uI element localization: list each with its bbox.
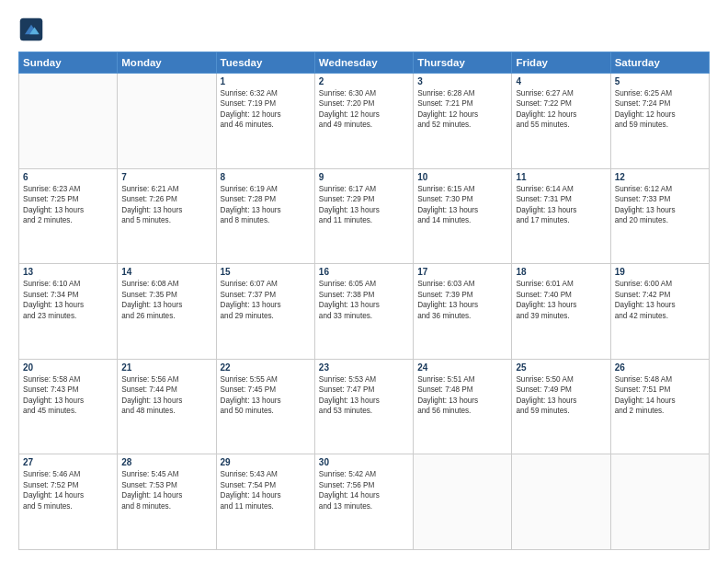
calendar-week-row: 6Sunrise: 6:23 AM Sunset: 7:25 PM Daylig… — [19, 168, 710, 264]
calendar-header-row: SundayMondayTuesdayWednesdayThursdayFrid… — [19, 52, 710, 74]
day-number: 6 — [23, 172, 113, 182]
calendar-day-cell: 18Sunrise: 6:01 AM Sunset: 7:40 PM Dayli… — [512, 264, 610, 360]
day-info: Sunrise: 6:00 AM Sunset: 7:42 PM Dayligh… — [615, 279, 705, 321]
calendar-day-cell: 28Sunrise: 5:45 AM Sunset: 7:53 PM Dayli… — [118, 454, 216, 550]
day-number: 22 — [221, 362, 311, 373]
day-number: 25 — [516, 362, 606, 373]
calendar-day-cell — [414, 454, 512, 550]
day-number: 3 — [417, 76, 507, 86]
day-number: 12 — [615, 172, 705, 182]
calendar-day-cell: 5Sunrise: 6:25 AM Sunset: 7:24 PM Daylig… — [610, 74, 709, 169]
calendar-day-cell: 24Sunrise: 5:51 AM Sunset: 7:48 PM Dayli… — [414, 359, 512, 454]
day-info: Sunrise: 5:45 AM Sunset: 7:53 PM Dayligh… — [121, 469, 211, 511]
page: SundayMondayTuesdayWednesdayThursdayFrid… — [0, 0, 728, 563]
calendar-day-cell: 4Sunrise: 6:27 AM Sunset: 7:22 PM Daylig… — [512, 74, 610, 169]
day-info: Sunrise: 6:14 AM Sunset: 7:31 PM Dayligh… — [516, 184, 606, 226]
calendar-day-cell: 27Sunrise: 5:46 AM Sunset: 7:52 PM Dayli… — [19, 454, 118, 550]
day-number: 15 — [221, 267, 311, 277]
day-number: 7 — [121, 172, 211, 182]
calendar-week-row: 13Sunrise: 6:10 AM Sunset: 7:34 PM Dayli… — [19, 264, 710, 360]
day-number: 8 — [221, 172, 311, 182]
day-number: 26 — [615, 362, 705, 373]
day-info: Sunrise: 6:12 AM Sunset: 7:33 PM Dayligh… — [615, 184, 705, 226]
calendar-day-cell: 30Sunrise: 5:42 AM Sunset: 7:56 PM Dayli… — [314, 454, 413, 550]
calendar-day-cell — [512, 454, 610, 550]
calendar-day-cell: 1Sunrise: 6:32 AM Sunset: 7:19 PM Daylig… — [216, 74, 314, 169]
calendar-day-cell: 21Sunrise: 5:56 AM Sunset: 7:44 PM Dayli… — [118, 359, 216, 454]
day-number: 20 — [23, 362, 113, 373]
day-number: 30 — [319, 457, 409, 467]
calendar-day-cell: 17Sunrise: 6:03 AM Sunset: 7:39 PM Dayli… — [414, 264, 512, 360]
day-number: 19 — [615, 267, 705, 277]
calendar-day-cell: 3Sunrise: 6:28 AM Sunset: 7:21 PM Daylig… — [414, 74, 512, 169]
day-info: Sunrise: 6:27 AM Sunset: 7:22 PM Dayligh… — [516, 88, 606, 131]
calendar-day-header: Thursday — [414, 52, 512, 74]
logo-icon — [18, 17, 44, 42]
calendar-day-cell: 10Sunrise: 6:15 AM Sunset: 7:30 PM Dayli… — [414, 168, 512, 264]
day-info: Sunrise: 6:30 AM Sunset: 7:20 PM Dayligh… — [319, 88, 409, 131]
calendar-day-cell: 19Sunrise: 6:00 AM Sunset: 7:42 PM Dayli… — [610, 264, 709, 360]
calendar-day-cell: 2Sunrise: 6:30 AM Sunset: 7:20 PM Daylig… — [314, 74, 413, 169]
calendar-day-cell: 12Sunrise: 6:12 AM Sunset: 7:33 PM Dayli… — [610, 168, 709, 264]
day-info: Sunrise: 5:55 AM Sunset: 7:45 PM Dayligh… — [221, 374, 311, 417]
calendar-day-cell: 9Sunrise: 6:17 AM Sunset: 7:29 PM Daylig… — [314, 168, 413, 264]
calendar-week-row: 27Sunrise: 5:46 AM Sunset: 7:52 PM Dayli… — [19, 454, 710, 550]
calendar-day-cell: 11Sunrise: 6:14 AM Sunset: 7:31 PM Dayli… — [512, 168, 610, 264]
calendar-day-cell: 23Sunrise: 5:53 AM Sunset: 7:47 PM Dayli… — [314, 359, 413, 454]
logo — [18, 17, 48, 42]
day-info: Sunrise: 5:51 AM Sunset: 7:48 PM Dayligh… — [417, 374, 507, 417]
calendar-day-cell: 7Sunrise: 6:21 AM Sunset: 7:26 PM Daylig… — [118, 168, 216, 264]
day-info: Sunrise: 6:21 AM Sunset: 7:26 PM Dayligh… — [121, 184, 211, 226]
day-info: Sunrise: 6:25 AM Sunset: 7:24 PM Dayligh… — [615, 88, 705, 131]
day-info: Sunrise: 6:15 AM Sunset: 7:30 PM Dayligh… — [417, 184, 507, 226]
calendar-day-cell: 8Sunrise: 6:19 AM Sunset: 7:28 PM Daylig… — [216, 168, 314, 264]
day-info: Sunrise: 6:28 AM Sunset: 7:21 PM Dayligh… — [417, 88, 507, 131]
calendar-week-row: 20Sunrise: 5:58 AM Sunset: 7:43 PM Dayli… — [19, 359, 710, 454]
calendar-day-header: Monday — [118, 52, 216, 74]
day-info: Sunrise: 6:03 AM Sunset: 7:39 PM Dayligh… — [417, 279, 507, 321]
calendar-day-header: Saturday — [610, 52, 709, 74]
day-number: 21 — [121, 362, 211, 373]
calendar-day-cell — [19, 74, 118, 169]
calendar-day-cell: 29Sunrise: 5:43 AM Sunset: 7:54 PM Dayli… — [216, 454, 314, 550]
day-info: Sunrise: 5:50 AM Sunset: 7:49 PM Dayligh… — [516, 374, 606, 417]
day-info: Sunrise: 5:56 AM Sunset: 7:44 PM Dayligh… — [121, 374, 211, 417]
day-number: 28 — [121, 457, 211, 467]
day-info: Sunrise: 6:10 AM Sunset: 7:34 PM Dayligh… — [23, 279, 113, 321]
day-number: 10 — [417, 172, 507, 182]
calendar-day-header: Friday — [512, 52, 610, 74]
calendar-day-cell: 20Sunrise: 5:58 AM Sunset: 7:43 PM Dayli… — [19, 359, 118, 454]
day-number: 24 — [417, 362, 507, 373]
day-number: 2 — [319, 76, 409, 86]
day-number: 16 — [319, 267, 409, 277]
header — [18, 17, 710, 42]
calendar-day-cell: 6Sunrise: 6:23 AM Sunset: 7:25 PM Daylig… — [19, 168, 118, 264]
day-number: 18 — [516, 267, 606, 277]
day-info: Sunrise: 5:53 AM Sunset: 7:47 PM Dayligh… — [319, 374, 409, 417]
day-info: Sunrise: 6:08 AM Sunset: 7:35 PM Dayligh… — [121, 279, 211, 321]
day-number: 23 — [319, 362, 409, 373]
calendar-day-header: Wednesday — [314, 52, 413, 74]
calendar-day-cell: 22Sunrise: 5:55 AM Sunset: 7:45 PM Dayli… — [216, 359, 314, 454]
calendar-day-header: Sunday — [19, 52, 118, 74]
day-number: 9 — [319, 172, 409, 182]
day-number: 13 — [23, 267, 113, 277]
calendar-day-cell: 14Sunrise: 6:08 AM Sunset: 7:35 PM Dayli… — [118, 264, 216, 360]
day-info: Sunrise: 5:48 AM Sunset: 7:51 PM Dayligh… — [615, 374, 705, 417]
day-info: Sunrise: 6:07 AM Sunset: 7:37 PM Dayligh… — [221, 279, 311, 321]
calendar-week-row: 1Sunrise: 6:32 AM Sunset: 7:19 PM Daylig… — [19, 74, 710, 169]
day-info: Sunrise: 6:05 AM Sunset: 7:38 PM Dayligh… — [319, 279, 409, 321]
day-info: Sunrise: 5:46 AM Sunset: 7:52 PM Dayligh… — [23, 469, 113, 511]
calendar-day-header: Tuesday — [216, 52, 314, 74]
calendar-day-cell: 13Sunrise: 6:10 AM Sunset: 7:34 PM Dayli… — [19, 264, 118, 360]
day-number: 4 — [516, 76, 606, 86]
day-number: 11 — [516, 172, 606, 182]
day-info: Sunrise: 6:19 AM Sunset: 7:28 PM Dayligh… — [221, 184, 311, 226]
day-number: 1 — [221, 76, 311, 86]
day-info: Sunrise: 5:58 AM Sunset: 7:43 PM Dayligh… — [23, 374, 113, 417]
day-info: Sunrise: 6:23 AM Sunset: 7:25 PM Dayligh… — [23, 184, 113, 226]
day-number: 27 — [23, 457, 113, 467]
day-number: 5 — [615, 76, 705, 86]
day-info: Sunrise: 6:32 AM Sunset: 7:19 PM Dayligh… — [221, 88, 311, 131]
calendar-day-cell: 15Sunrise: 6:07 AM Sunset: 7:37 PM Dayli… — [216, 264, 314, 360]
